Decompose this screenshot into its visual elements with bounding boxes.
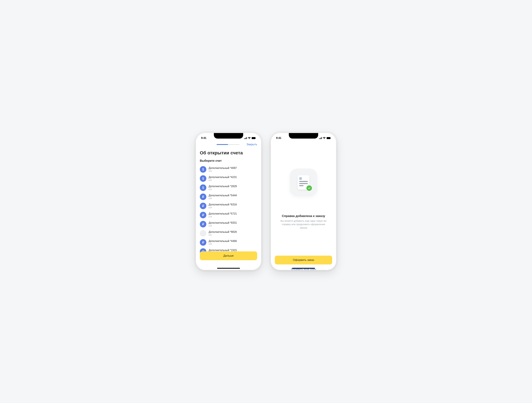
- cellular-signal-icon: [244, 137, 247, 139]
- section-title: Выберите счет: [196, 159, 261, 165]
- svg-rect-5: [256, 138, 256, 138]
- svg-rect-6: [319, 138, 319, 139]
- header-row: Закрыть: [196, 141, 261, 147]
- progress-fill: [217, 144, 228, 145]
- account-row[interactable]: $Дополнительный *40970 $: [200, 165, 257, 174]
- currency-icon: [200, 230, 206, 237]
- svg-rect-0: [244, 138, 245, 139]
- svg-rect-11: [330, 138, 331, 138]
- account-name: Дополнительный *4097: [209, 166, 257, 170]
- ruble-icon: ₽: [200, 193, 206, 200]
- account-row[interactable]: $Дополнительный *42310 $: [200, 174, 257, 183]
- account-balance: 0 ¥: [209, 234, 257, 236]
- next-button[interactable]: Дальше: [200, 251, 257, 260]
- confirmation-description: Вы можете добавить еще одну такую же спр…: [279, 219, 328, 229]
- account-name: Дополнительный *9331: [209, 221, 257, 224]
- ruble-icon: ₽: [200, 203, 206, 209]
- account-row[interactable]: ₽Дополнительный *57210 ₽: [200, 211, 257, 220]
- account-balance: 0 $: [209, 170, 257, 172]
- account-name: Дополнительный *1915: [209, 249, 257, 252]
- dollar-icon: $: [200, 166, 206, 173]
- page-title: Об открытии счета: [196, 147, 261, 159]
- account-name: Дополнительный *8826: [209, 230, 257, 233]
- account-balance: 0 ₽: [209, 243, 257, 245]
- svg-rect-8: [321, 138, 321, 139]
- account-name: Дополнительный *5444: [209, 194, 257, 197]
- status-indicators: [319, 137, 331, 139]
- svg-rect-7: [320, 138, 320, 139]
- wifi-icon: [323, 137, 326, 139]
- add-another-button[interactable]: Добавить еще одну: [275, 265, 332, 270]
- svg-rect-10: [327, 137, 330, 139]
- account-row[interactable]: ₽Дополнительный *93310 ₽: [200, 220, 257, 229]
- screen-confirmation: Справка добавлена к заказу Вы можете доб…: [271, 141, 336, 270]
- account-balance: 0 $: [209, 188, 257, 191]
- home-indicator[interactable]: [292, 268, 315, 269]
- accounts-list: $Дополнительный *40970 $$Дополнительный …: [196, 165, 261, 256]
- phone-frame-2: 9:41 Справка добавлена к зак: [271, 133, 336, 270]
- account-row[interactable]: $Дополнительный *28290 $: [200, 183, 257, 192]
- status-time: 9:41: [276, 137, 281, 140]
- phone-frame-1: 9:41 Закрыть Об открытии счета Выберите …: [196, 133, 261, 270]
- home-indicator[interactable]: [217, 268, 240, 269]
- svg-rect-9: [321, 137, 322, 139]
- battery-icon: [327, 137, 331, 139]
- account-balance: 0 ₽: [209, 216, 257, 218]
- battery-icon: [252, 137, 256, 139]
- account-row[interactable]: Дополнительный *88260 ¥: [200, 229, 257, 238]
- account-name: Дополнительный *5721: [209, 212, 257, 215]
- account-name: Дополнительный *4231: [209, 176, 257, 179]
- svg-rect-4: [252, 137, 255, 139]
- svg-rect-2: [246, 138, 246, 139]
- account-row[interactable]: ₽Дополнительный *63160 ₽: [200, 201, 257, 211]
- success-illustration: [290, 169, 317, 196]
- account-row[interactable]: ₽Дополнительный *54440 ₽: [200, 192, 257, 201]
- dollar-icon: $: [200, 184, 206, 191]
- account-name: Дополнительный *2829: [209, 185, 257, 188]
- account-name: Дополнительный *4466: [209, 240, 257, 243]
- svg-rect-1: [245, 138, 245, 139]
- confirmation-title: Справка добавлена к заказу: [282, 214, 325, 218]
- ruble-icon: ₽: [200, 212, 206, 218]
- status-indicators: [244, 137, 256, 139]
- svg-rect-3: [247, 137, 247, 139]
- account-name: Дополнительный *6316: [209, 203, 257, 206]
- wifi-icon: [248, 137, 251, 139]
- close-button[interactable]: Закрыть: [247, 143, 257, 146]
- status-bar: 9:41: [271, 133, 336, 141]
- screen-account-select: Закрыть Об открытии счета Выберите счет …: [196, 141, 261, 270]
- submit-order-button[interactable]: Оформить заказ: [275, 256, 332, 264]
- account-balance: 0 ₽: [209, 197, 257, 200]
- status-bar: 9:41: [196, 133, 261, 141]
- account-balance: 0 ₽: [209, 225, 257, 227]
- dollar-icon: $: [200, 175, 206, 182]
- account-row[interactable]: ₽Дополнительный *44660 ₽: [200, 238, 257, 247]
- ruble-icon: ₽: [200, 239, 206, 246]
- progress-bar: [217, 144, 240, 145]
- cellular-signal-icon: [319, 137, 322, 139]
- ruble-icon: ₽: [200, 221, 206, 227]
- account-balance: 0 ₽: [209, 206, 257, 209]
- status-time: 9:41: [201, 137, 206, 140]
- account-balance: 0 $: [209, 179, 257, 181]
- checkmark-icon: [306, 185, 312, 191]
